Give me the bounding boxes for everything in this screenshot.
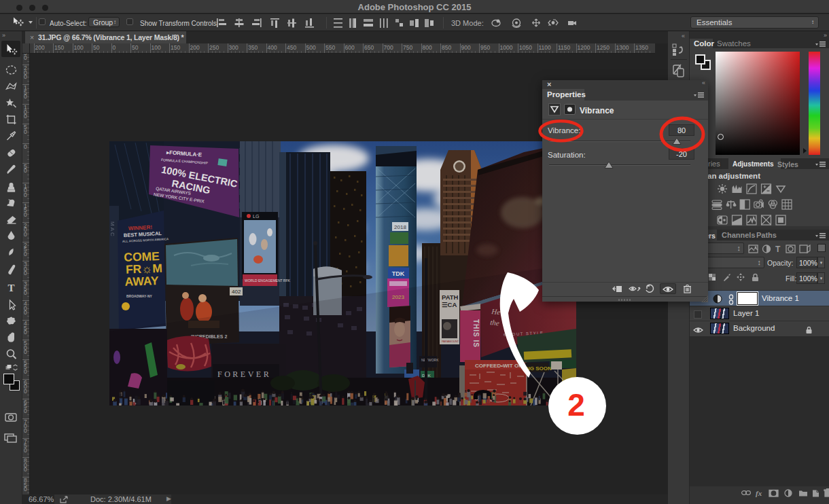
svg-text:2: 2 (567, 387, 585, 422)
